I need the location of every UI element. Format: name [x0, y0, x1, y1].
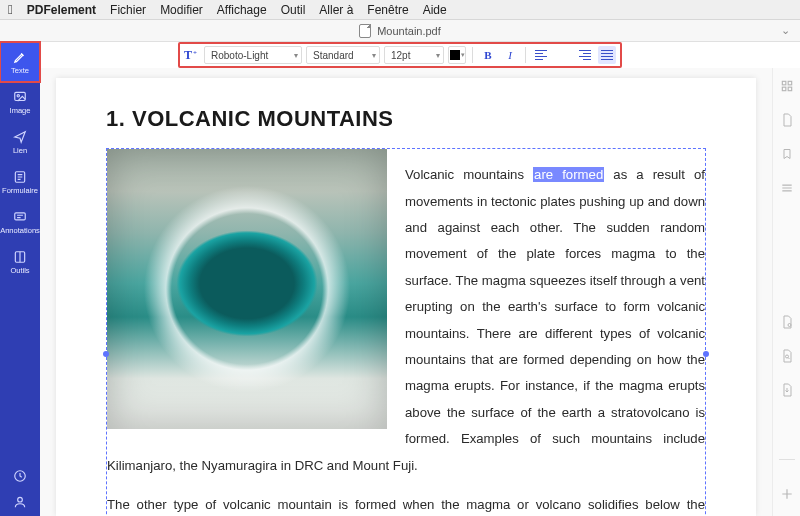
user-icon[interactable] [12, 494, 28, 510]
page-heading[interactable]: 1. VOLCANIC MOUNTAINS [106, 106, 706, 132]
text-run: The other type of volcanic mountain is f… [107, 497, 705, 516]
form-icon [12, 169, 28, 185]
sidebar-item-label: Annotations [0, 227, 40, 235]
svg-rect-10 [788, 81, 792, 85]
svg-rect-5 [15, 213, 26, 220]
chevron-down-icon: ▾ [372, 51, 376, 60]
chevron-down-icon: ▾ [461, 51, 465, 59]
font-size-dropdown[interactable]: 12pt ▾ [384, 46, 444, 64]
font-style-dropdown[interactable]: Standard ▾ [306, 46, 380, 64]
page-icon[interactable] [779, 112, 795, 128]
align-center-button[interactable] [554, 46, 572, 64]
link-icon [12, 129, 28, 145]
image-icon [12, 89, 28, 105]
svg-point-3 [17, 95, 19, 97]
menu-fichier[interactable]: Fichier [110, 3, 146, 17]
menu-aller-a[interactable]: Aller à [319, 3, 353, 17]
svg-text:T: T [184, 48, 192, 62]
sidebar-item-outils[interactable]: Outils [0, 242, 40, 282]
editable-text-frame[interactable]: Volcanic mountains are formed as a resul… [106, 148, 706, 516]
pdf-page: 1. VOLCANIC MOUNTAINS Volcanic mountains… [56, 78, 756, 516]
workspace: Texte Image Lien Formulaire [0, 68, 800, 516]
app-name[interactable]: PDFelement [27, 3, 96, 17]
menu-outil[interactable]: Outil [281, 3, 306, 17]
add-panel-icon[interactable] [779, 486, 795, 502]
window-titlebar: Mountain.pdf ⌄ [0, 20, 800, 42]
search-page-icon[interactable] [779, 348, 795, 364]
svg-point-8 [18, 497, 23, 502]
sidebar-item-lien[interactable]: Lien [0, 122, 40, 162]
formatting-toolbar-row: T+ Roboto-Light ▾ Standard ▾ 12pt ▾ ▾ B … [0, 42, 800, 68]
volcano-image[interactable] [107, 149, 387, 429]
svg-rect-12 [788, 87, 792, 91]
color-swatch-black [450, 50, 460, 60]
mac-menubar:  PDFelement Fichier Modifier Affichage … [0, 0, 800, 20]
font-family-dropdown[interactable]: Roboto-Light ▾ [204, 46, 302, 64]
font-color-picker[interactable]: ▾ [448, 46, 466, 64]
font-size-value: 12pt [391, 50, 410, 61]
chevron-down-icon: ▾ [436, 51, 440, 60]
sidebar-item-label: Image [10, 107, 31, 115]
resize-handle-left[interactable] [103, 351, 109, 357]
align-left-button[interactable] [532, 46, 550, 64]
sidebar-item-label: Texte [11, 67, 29, 75]
add-text-icon[interactable]: T+ [184, 47, 200, 63]
bookmark-icon[interactable] [779, 146, 795, 162]
italic-button[interactable]: I [501, 46, 519, 64]
text-formatting-toolbar: T+ Roboto-Light ▾ Standard ▾ 12pt ▾ ▾ B … [178, 42, 622, 68]
sidebar-item-label: Lien [13, 147, 27, 155]
titlebar-expand-icon[interactable]: ⌄ [781, 24, 790, 37]
align-justify-button[interactable] [598, 46, 616, 64]
toolbar-separator [472, 47, 473, 63]
annotation-icon [12, 209, 28, 225]
text-run: Volcanic mountains [405, 167, 533, 182]
sidebar-item-formulaire[interactable]: Formulaire [0, 162, 40, 202]
pencil-icon [12, 49, 28, 65]
list-icon[interactable] [779, 180, 795, 196]
attachment-icon[interactable] [779, 314, 795, 330]
history-icon[interactable] [12, 468, 28, 484]
menu-affichage[interactable]: Affichage [217, 3, 267, 17]
panel-separator [779, 459, 795, 460]
sidebar-item-label: Outils [10, 267, 29, 275]
align-right-button[interactable] [576, 46, 594, 64]
svg-rect-11 [782, 87, 786, 91]
svg-rect-9 [782, 81, 786, 85]
menu-modifier[interactable]: Modifier [160, 3, 203, 17]
svg-text:+: + [193, 49, 197, 57]
menu-aide[interactable]: Aide [423, 3, 447, 17]
menu-fenetre[interactable]: Fenêtre [367, 3, 408, 17]
body-paragraph-2[interactable]: The other type of volcanic mountain is f… [107, 492, 705, 516]
tools-icon [12, 249, 28, 265]
chevron-down-icon: ▾ [294, 51, 298, 60]
sidebar-item-annotations[interactable]: Annotations [0, 202, 40, 242]
export-page-icon[interactable] [779, 382, 795, 398]
document-icon [359, 24, 371, 38]
font-style-value: Standard [313, 50, 354, 61]
sidebar-item-texte[interactable]: Texte [0, 42, 40, 82]
document-filename: Mountain.pdf [377, 25, 441, 37]
apple-menu-icon[interactable]:  [8, 2, 13, 17]
document-canvas[interactable]: 1. VOLCANIC MOUNTAINS Volcanic mountains… [40, 68, 772, 516]
svg-point-13 [788, 324, 791, 327]
bold-button[interactable]: B [479, 46, 497, 64]
selected-text[interactable]: are formed [533, 167, 604, 182]
left-sidebar: Texte Image Lien Formulaire [0, 68, 40, 516]
toolbar-separator [525, 47, 526, 63]
font-family-value: Roboto-Light [211, 50, 268, 61]
sidebar-item-label: Formulaire [2, 187, 38, 195]
sidebar-item-image[interactable]: Image [0, 82, 40, 122]
right-panel [772, 68, 800, 516]
grid-icon[interactable] [779, 78, 795, 94]
resize-handle-right[interactable] [703, 351, 709, 357]
